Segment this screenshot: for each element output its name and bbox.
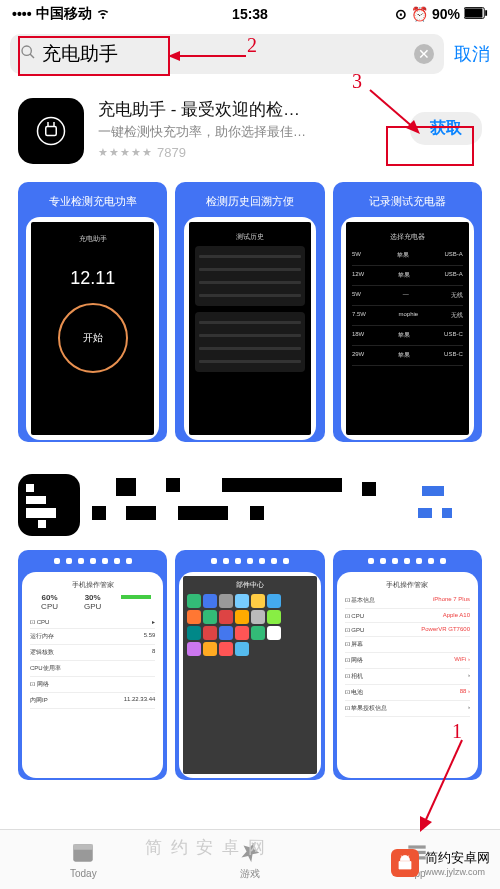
- gpu-pct: 30%: [85, 593, 101, 602]
- screenshot-title: 记录测试充电器: [369, 194, 446, 209]
- alarm-icon-2: ⏰: [411, 6, 428, 22]
- app-result-1[interactable]: 充电助手 - 最受欢迎的检… 一键检测快充功率，助你选择最佳… ★★★★★ 78…: [18, 80, 482, 182]
- watermark-url: www.jylzw.com: [425, 867, 490, 877]
- svg-rect-1: [465, 8, 483, 17]
- screenshot: 专业检测充电功率 充电助手 12.11 开始: [18, 182, 167, 442]
- app-icon-2: [18, 474, 80, 536]
- svg-line-4: [30, 54, 34, 58]
- rating-count: 7879: [157, 145, 186, 160]
- svg-rect-6: [46, 127, 57, 136]
- tab-today[interactable]: Today: [0, 830, 167, 889]
- screenshot-title: 专业检测充电功率: [49, 194, 137, 209]
- cpu-label: CPU: [30, 602, 69, 611]
- tab-label: 游戏: [240, 867, 260, 881]
- svg-point-3: [22, 46, 31, 55]
- app-icon-1: [18, 98, 84, 164]
- carrier: 中国移动: [36, 5, 92, 23]
- cancel-button[interactable]: 取消: [454, 42, 490, 66]
- svg-point-5: [38, 118, 65, 145]
- battery-icon: [464, 6, 488, 22]
- cpu-pct: 60%: [42, 593, 58, 602]
- screenshot-title: 检测历史回溯方便: [206, 194, 294, 209]
- annotation-number-1: 1: [452, 720, 462, 743]
- screenshot: 部件中心: [175, 550, 324, 780]
- svg-rect-2: [485, 10, 487, 16]
- watermark-brand: 简约安卓网: [425, 849, 490, 867]
- screenshot: 检测历史回溯方便 测试历史: [175, 182, 324, 442]
- screenshot: 记录测试充电器 选择充电器 5W苹果USB-A 12W苹果USB-A 5W—无线…: [333, 182, 482, 442]
- power-value: 12.11: [37, 268, 148, 289]
- status-bar: •••• 中国移动 15:38 ⊙ ⏰ 90%: [0, 0, 500, 28]
- app-title: 充电助手 - 最受欢迎的检…: [98, 98, 396, 121]
- app-subtitle: 一键检测快充功率，助你选择最佳…: [98, 123, 396, 141]
- screenshots-row-1[interactable]: 专业检测充电功率 充电助手 12.11 开始 检测历史回溯方便 测试历史 记录测…: [18, 182, 482, 442]
- screenshot: 手机操作管家 ⊡ 基本信息iPhone 7 Plus ⊡ CPUApple A1…: [333, 550, 482, 780]
- svg-rect-10: [74, 844, 94, 849]
- annotation-number-3: 3: [352, 70, 362, 93]
- screenshot: 手机操作管家 60%CPU30%GPU ⊡ CPU▸ 运行内存5.59 逻辑核数…: [18, 550, 167, 780]
- app-result-2[interactable]: [18, 460, 482, 550]
- clear-icon[interactable]: ✕: [414, 44, 434, 64]
- search-box[interactable]: ✕: [10, 34, 444, 74]
- search-input[interactable]: [42, 43, 408, 65]
- clock: 15:38: [232, 6, 268, 22]
- signal-icon: ••••: [12, 6, 32, 22]
- gpu-label: GPU: [73, 602, 112, 611]
- screenshots-row-2[interactable]: 手机操作管家 60%CPU30%GPU ⊡ CPU▸ 运行内存5.59 逻辑核数…: [18, 550, 482, 780]
- alarm-icon: ⊙: [395, 6, 407, 22]
- watermark-badge: 简约安卓网 www.jylzw.com: [391, 849, 490, 877]
- watermark-text: 简 约 安 卓 网: [145, 836, 267, 859]
- list-title: 手机操作管家: [345, 580, 470, 590]
- wifi-icon: [96, 6, 110, 23]
- annotation-number-2: 2: [247, 34, 257, 57]
- star-icon: ★★★★★: [98, 146, 153, 159]
- battery-pct: 90%: [432, 6, 460, 22]
- start-label: 开始: [83, 331, 103, 345]
- pixelated-area: [92, 478, 482, 532]
- tab-label: Today: [70, 868, 97, 879]
- search-icon: [20, 44, 36, 64]
- get-button[interactable]: 获取: [410, 112, 482, 145]
- android-icon: [391, 849, 419, 877]
